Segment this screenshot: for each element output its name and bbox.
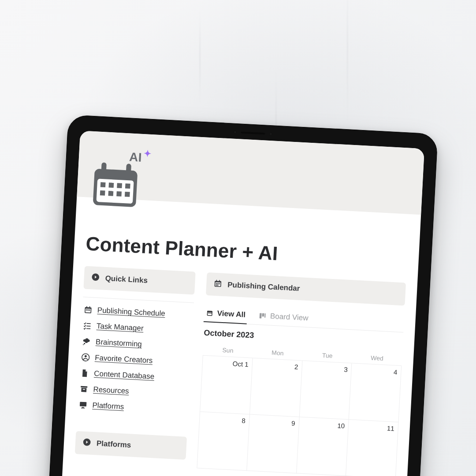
calendar-grid: Sun Mon Tue Wed Oct 1 2 3 4 8 xyxy=(197,343,402,476)
calendar-cell[interactable]: 4 xyxy=(349,363,402,422)
svg-rect-40 xyxy=(219,283,220,285)
svg-rect-17 xyxy=(86,309,87,311)
calendar-cell[interactable]: 11 xyxy=(346,420,398,476)
svg-rect-3 xyxy=(126,164,131,175)
calendar-date: 3 xyxy=(344,366,348,373)
app-screen: AI ✦ Content Planner + AI Quick Links xyxy=(60,130,424,476)
tab-label: View All xyxy=(217,309,245,319)
svg-point-23 xyxy=(84,343,86,345)
svg-rect-16 xyxy=(89,306,90,308)
svg-rect-8 xyxy=(100,190,105,196)
checklist-icon xyxy=(82,321,92,330)
page-icon-calendar: AI ✦ xyxy=(88,157,143,212)
svg-rect-22 xyxy=(86,328,90,329)
quick-links-heading: Quick Links xyxy=(83,266,195,294)
quick-links-list: Publishing Schedule Task Manager xyxy=(77,301,194,418)
svg-rect-38 xyxy=(216,283,217,284)
monitor-icon xyxy=(78,400,88,409)
calendar-date: 9 xyxy=(291,419,295,427)
calendar-cell[interactable]: 10 xyxy=(297,417,349,476)
svg-rect-9 xyxy=(108,191,113,196)
svg-rect-42 xyxy=(217,285,219,286)
tab-view-all[interactable]: View All xyxy=(205,305,247,324)
quick-link-label: Resources xyxy=(93,385,129,396)
svg-rect-50 xyxy=(264,313,266,318)
svg-rect-29 xyxy=(83,389,85,390)
svg-rect-2 xyxy=(101,162,107,174)
svg-rect-45 xyxy=(208,312,209,313)
svg-rect-5 xyxy=(108,182,114,188)
calendar-date: 11 xyxy=(387,424,395,432)
calendar-cell[interactable]: 9 xyxy=(247,414,299,473)
arrow-right-circle-icon xyxy=(91,272,100,283)
svg-rect-21 xyxy=(86,326,90,327)
svg-rect-28 xyxy=(81,388,86,392)
calendar-date: 10 xyxy=(337,422,345,430)
calendar-cell[interactable]: Oct 1 xyxy=(200,356,253,415)
svg-rect-49 xyxy=(262,313,264,317)
svg-rect-32 xyxy=(81,408,85,409)
svg-rect-19 xyxy=(89,309,90,311)
archive-icon xyxy=(79,384,89,394)
svg-rect-4 xyxy=(100,182,106,187)
quick-link-label: Task Manager xyxy=(96,322,144,333)
svg-rect-10 xyxy=(116,191,122,197)
svg-point-26 xyxy=(85,355,87,357)
dow-tue: Tue xyxy=(302,348,353,363)
tab-board-view[interactable]: Board View xyxy=(257,308,309,327)
calendar-date: Oct 1 xyxy=(232,360,249,368)
svg-rect-39 xyxy=(217,283,219,284)
tab-label: Board View xyxy=(270,312,309,323)
page-cover: AI ✦ xyxy=(77,130,424,215)
quick-link-label: Favorite Creators xyxy=(95,353,153,365)
dow-wed: Wed xyxy=(352,350,402,365)
svg-rect-41 xyxy=(216,285,217,286)
svg-rect-31 xyxy=(82,407,84,408)
sparkle-icon: ✦ xyxy=(144,148,152,159)
calendar-grid-icon xyxy=(213,279,223,290)
svg-rect-20 xyxy=(87,323,91,324)
calendar-cell[interactable]: 8 xyxy=(197,412,249,471)
document-icon xyxy=(80,368,90,378)
svg-rect-37 xyxy=(219,280,220,282)
calendar-date: 2 xyxy=(294,363,298,371)
svg-rect-36 xyxy=(216,280,217,282)
svg-rect-47 xyxy=(211,312,212,313)
svg-rect-30 xyxy=(80,402,87,407)
svg-rect-18 xyxy=(88,309,89,311)
quick-link-label: Publishing Schedule xyxy=(97,306,165,318)
svg-rect-48 xyxy=(260,313,262,318)
calendar-date: 4 xyxy=(394,368,398,376)
svg-rect-27 xyxy=(81,386,87,388)
calendar-cell[interactable]: 2 xyxy=(250,358,302,417)
svg-rect-46 xyxy=(209,312,210,313)
quick-link-label: Platforms xyxy=(92,401,124,412)
ai-badge: AI ✦ xyxy=(129,150,152,165)
svg-point-24 xyxy=(83,344,84,345)
svg-rect-7 xyxy=(125,183,130,189)
publishing-calendar-heading: Publishing Calendar xyxy=(206,272,406,306)
calendar-tabs: View All Board View xyxy=(205,305,404,333)
board-icon xyxy=(258,312,267,320)
calendar-icon xyxy=(83,305,93,314)
page-title: Content Planner + AI xyxy=(85,233,408,271)
calendar-cell[interactable]: 3 xyxy=(299,361,352,420)
dow-sun: Sun xyxy=(203,343,253,358)
arrow-right-circle-icon xyxy=(82,438,91,449)
tablet-camera xyxy=(233,130,272,137)
quick-link-label: Content Database xyxy=(94,369,155,381)
svg-point-25 xyxy=(82,353,89,361)
calendar-small-icon xyxy=(205,309,214,317)
quick-link-label: Brainstorming xyxy=(96,338,142,349)
tablet-device-frame: AI ✦ Content Planner + AI Quick Links xyxy=(47,115,438,476)
svg-rect-6 xyxy=(117,183,122,188)
calendar-date: 8 xyxy=(242,417,245,424)
svg-rect-11 xyxy=(125,192,130,197)
dow-mon: Mon xyxy=(253,346,303,361)
svg-rect-15 xyxy=(86,306,87,308)
user-circle-icon xyxy=(81,353,91,362)
thought-bubble-icon xyxy=(82,337,92,346)
